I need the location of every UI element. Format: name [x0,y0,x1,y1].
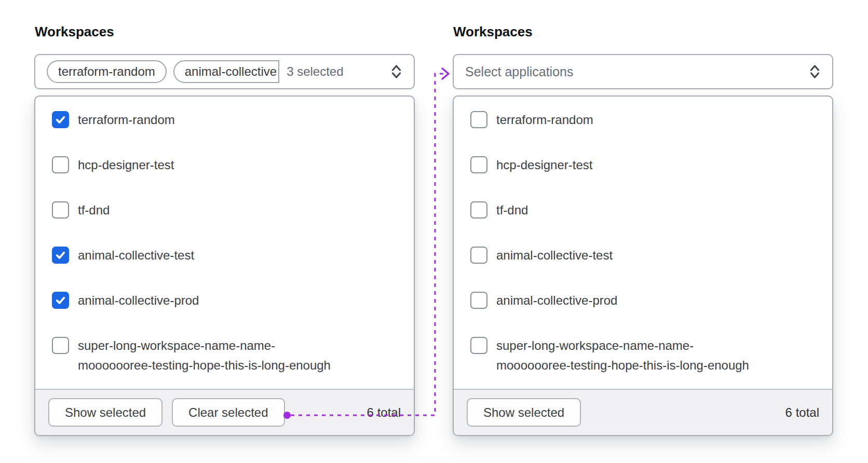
tag-animal-collective: animal-collective [173,60,279,83]
list-item[interactable]: tf-dnd [470,200,818,220]
checkbox[interactable] [470,111,487,128]
listbox-footer: Show selected 6 total [454,389,832,435]
options-listbox: terraform-random hcp-designer-test tf-dn… [34,96,415,436]
checkbox[interactable] [52,247,69,264]
checkbox[interactable] [52,337,69,354]
chevrons-up-down-icon [389,64,403,79]
checkbox[interactable] [52,111,69,128]
total-count-text: 6 total [367,405,401,420]
applications-select-toggle[interactable]: Select applications [453,54,833,89]
clear-selected-button[interactable]: Clear selected [172,398,284,427]
list-item[interactable]: animal-collective-prod [470,291,818,310]
options-list: terraform-random hcp-designer-test tf-dn… [35,97,414,389]
option-label: animal-collective-prod [78,291,199,310]
list-item[interactable]: hcp-designer-test [52,155,399,175]
options-listbox: terraform-random hcp-designer-test tf-dn… [453,96,833,436]
option-label: animal-collective-prod [496,291,617,310]
list-item[interactable]: super-long-workspace-name-name-moooooore… [470,336,818,375]
list-item[interactable]: animal-collective-test [52,246,399,265]
selected-tags: terraform-random animal-collective [47,60,279,83]
list-item[interactable]: terraform-random [52,110,399,130]
option-label: terraform-random [496,110,593,130]
option-label: super-long-workspace-name-name-moooooore… [496,336,758,375]
option-label: tf-dnd [78,200,110,220]
checkbox[interactable] [470,292,487,309]
total-count-text: 6 total [785,405,819,420]
list-item[interactable]: terraform-random [470,110,818,130]
list-item[interactable]: tf-dnd [52,200,399,220]
checkbox[interactable] [52,292,69,309]
option-label: hcp-designer-test [78,155,174,175]
list-item[interactable]: animal-collective-test [470,246,818,265]
checkbox[interactable] [470,201,487,219]
options-list: terraform-random hcp-designer-test tf-dn… [454,97,832,389]
chevrons-up-down-icon [808,64,822,79]
workspaces-multiselect-left: Workspaces terraform-random animal-colle… [34,24,415,436]
checkbox[interactable] [470,247,487,264]
list-item[interactable]: animal-collective-prod [52,291,399,310]
field-label: Workspaces [35,24,415,39]
option-label: hcp-designer-test [496,155,592,175]
show-selected-button[interactable]: Show selected [467,398,581,427]
option-label: animal-collective-test [496,246,613,265]
show-selected-button[interactable]: Show selected [48,398,162,427]
list-item[interactable]: super-long-workspace-name-name-moooooore… [52,336,399,375]
checkbox[interactable] [470,156,487,173]
workspaces-multiselect-right: Workspaces Select applications terraform… [453,24,833,436]
checkbox[interactable] [470,337,487,354]
checkbox[interactable] [52,201,69,219]
checkbox[interactable] [52,156,69,173]
option-label: animal-collective-test [78,246,194,265]
list-item[interactable]: hcp-designer-test [470,155,818,175]
workspaces-select-toggle[interactable]: terraform-random animal-collective 3 sel… [34,54,415,89]
option-label: super-long-workspace-name-name-moooooore… [78,336,340,375]
field-label: Workspaces [453,24,833,39]
selected-count-text: 3 selected [287,64,343,79]
listbox-footer: Show selected Clear selected 6 total [35,389,414,435]
select-placeholder: Select applications [465,64,573,79]
tag-terraform-random: terraform-random [47,60,167,83]
option-label: terraform-random [78,110,175,130]
option-label: tf-dnd [496,200,528,220]
